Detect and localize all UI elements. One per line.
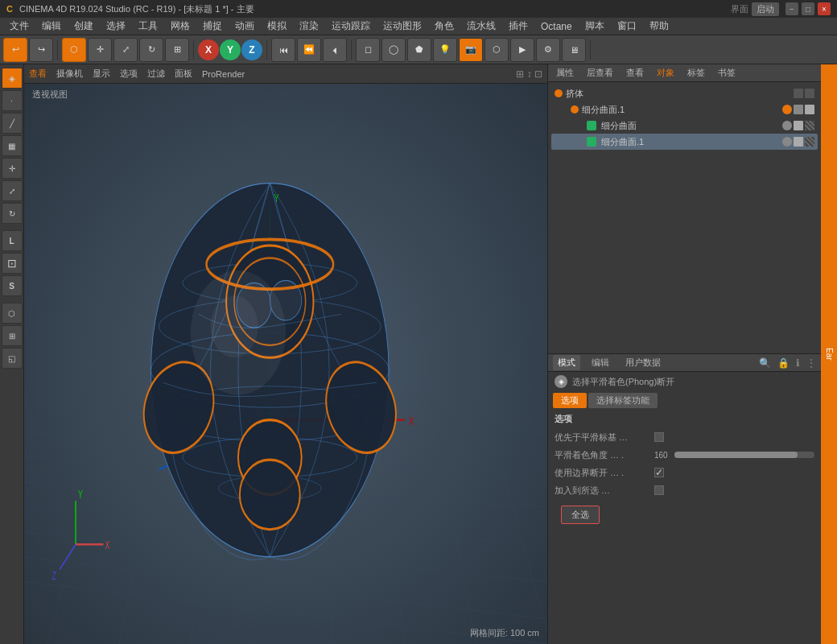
sidebar-mode-btn[interactable]: ◈ <box>2 68 23 89</box>
menu-item-18[interactable]: 帮助 <box>643 18 675 35</box>
sidebar-extra3[interactable]: ◱ <box>2 348 23 369</box>
tree-item-1[interactable]: 细分曲面.1 <box>551 101 818 118</box>
menu-item-5[interactable]: 网格 <box>164 18 196 35</box>
sidebar-rotate-btn[interactable]: ↻ <box>2 203 23 224</box>
menu-item-1[interactable]: 编辑 <box>35 18 68 35</box>
sidebar-edges-btn[interactable]: ╱ <box>2 113 23 134</box>
menu-item-12[interactable]: 角色 <box>428 18 460 35</box>
tree-lock-btn-2[interactable] <box>805 121 814 130</box>
transform-tool-button[interactable]: ⊞ <box>165 38 189 62</box>
attr-tab-selection-func[interactable]: 选择标签功能 <box>588 393 658 408</box>
viewport-menu-filter[interactable]: 过滤 <box>147 68 165 80</box>
render-btn[interactable]: ▶ <box>510 38 534 62</box>
sidebar-move-btn[interactable]: ✛ <box>2 158 23 179</box>
camera-btn[interactable]: 📷 <box>459 38 483 62</box>
tree-lock-btn-3[interactable] <box>805 137 814 147</box>
tab-attribute[interactable]: 属性 <box>553 65 577 80</box>
menu-item-16[interactable]: 脚本 <box>579 18 611 35</box>
viewport-menu-camera[interactable]: 摄像机 <box>56 68 83 80</box>
tab-layer[interactable]: 层查看 <box>583 65 616 80</box>
menu-item-9[interactable]: 渲染 <box>293 18 325 35</box>
menu-item-8[interactable]: 模拟 <box>261 18 293 35</box>
cube-btn[interactable]: ◻ <box>356 38 380 62</box>
menu-item-13[interactable]: 流水线 <box>460 18 502 35</box>
sidebar-extra1[interactable]: ⬡ <box>2 303 23 324</box>
tab-bookmark[interactable]: 书签 <box>715 65 739 80</box>
tab-object[interactable]: 对象 <box>654 65 678 80</box>
sidebar-scale-btn[interactable]: ⤢ <box>2 180 23 201</box>
tree-vis-btn-3[interactable] <box>782 137 792 147</box>
tab-view[interactable]: 查看 <box>623 65 647 80</box>
right-edge-tab[interactable]: Ear <box>821 64 837 644</box>
tab-tag[interactable]: 标签 <box>684 65 708 80</box>
attr-checkbox-0[interactable] <box>654 432 664 442</box>
z-axis-button[interactable]: Z <box>241 39 262 60</box>
redo-button[interactable]: ↪ <box>29 38 53 62</box>
render-view-btn[interactable]: 🖥 <box>562 38 586 62</box>
tree-tag-btn-3[interactable] <box>794 137 803 147</box>
play-backward-btn[interactable]: ⏴ <box>323 38 347 62</box>
attr-slider-1[interactable] <box>674 452 814 458</box>
attr-info-icon[interactable]: ℹ <box>796 357 800 369</box>
viewport-menu-display[interactable]: 显示 <box>93 68 110 80</box>
close-button[interactable]: × <box>818 2 831 15</box>
sidebar-s-btn[interactable]: S <box>2 275 23 296</box>
menu-item-3[interactable]: 选择 <box>100 18 132 35</box>
x-axis-button[interactable]: X <box>198 39 219 60</box>
all-select-button[interactable]: 全选 <box>561 506 600 524</box>
viewport-menu-panel[interactable]: 面板 <box>175 68 192 80</box>
material-btn[interactable]: ⬡ <box>484 38 509 62</box>
select-tool-button[interactable]: ⬡ <box>62 38 86 62</box>
attr-search-icon[interactable]: 🔍 <box>759 357 771 369</box>
sidebar-points-btn[interactable]: · <box>2 90 23 111</box>
sidebar-extra2[interactable]: ⊞ <box>2 325 23 346</box>
rotate-tool-button[interactable]: ↻ <box>139 38 163 62</box>
viewport-menu-prorender[interactable]: ProRender <box>202 69 245 79</box>
sidebar-snap-btn[interactable]: ⊡ <box>2 253 23 274</box>
render-settings-btn[interactable]: ⚙ <box>536 38 560 62</box>
tree-lock-btn-0[interactable] <box>805 89 814 98</box>
y-axis-button[interactable]: Y <box>220 39 241 60</box>
sphere-btn[interactable]: ◯ <box>381 38 406 62</box>
attr-tab-edit[interactable]: 编辑 <box>587 355 614 370</box>
tree-vis-btn-2[interactable] <box>782 121 792 130</box>
tree-item-3[interactable]: 细分曲面.1 <box>551 134 818 150</box>
attr-checkbox-2[interactable]: ✓ <box>654 468 664 477</box>
menu-item-2[interactable]: 创建 <box>68 18 100 35</box>
mode-value[interactable]: 启动 <box>752 2 779 16</box>
tree-item-2[interactable]: 细分曲面 <box>551 118 818 134</box>
prev-frame-btn[interactable]: ⏮ <box>271 38 295 62</box>
minimize-button[interactable]: − <box>785 2 798 15</box>
viewport-menu-view[interactable]: 查看 <box>29 68 47 80</box>
menu-item-4[interactable]: 工具 <box>132 18 164 35</box>
scale-tool-button[interactable]: ⤢ <box>113 38 138 62</box>
attr-lock-icon[interactable]: 🔒 <box>777 357 790 369</box>
tree-tag-btn-1[interactable] <box>794 105 803 114</box>
tree-vis-btn-0[interactable] <box>794 89 803 98</box>
maximize-button[interactable]: □ <box>802 2 814 15</box>
tree-lock-btn-1[interactable] <box>805 105 814 114</box>
attr-checkbox-3[interactable] <box>654 485 664 495</box>
attr-dots-icon[interactable]: ⋮ <box>806 357 816 369</box>
move-tool-button[interactable]: ✛ <box>88 38 112 62</box>
poly-btn[interactable]: ⬟ <box>407 38 431 62</box>
menu-item-17[interactable]: 窗口 <box>611 18 643 35</box>
light-btn[interactable]: 💡 <box>433 38 457 62</box>
tree-vis-btn-1[interactable] <box>782 105 792 114</box>
tree-item-0[interactable]: 挤体 <box>551 85 818 101</box>
menu-item-10[interactable]: 运动跟踪 <box>325 18 377 35</box>
tree-tag-btn-2[interactable] <box>794 121 803 130</box>
menu-item-0[interactable]: 文件 <box>3 18 35 35</box>
sidebar-live-btn[interactable]: L <box>2 230 23 251</box>
menu-item-11[interactable]: 运动图形 <box>377 18 428 35</box>
menu-item-15[interactable]: Octane <box>534 19 579 34</box>
menu-item-14[interactable]: 插件 <box>502 18 534 35</box>
undo-button[interactable]: ↩ <box>3 38 27 62</box>
attr-tab-options[interactable]: 选项 <box>553 393 587 408</box>
attr-tab-mode[interactable]: 模式 <box>553 355 580 370</box>
prev-keyframe-btn[interactable]: ⏪ <box>297 38 321 62</box>
menu-item-6[interactable]: 捕捉 <box>196 18 229 35</box>
menu-item-7[interactable]: 动画 <box>229 18 261 35</box>
sidebar-poly-btn[interactable]: ▦ <box>2 135 23 156</box>
viewport-menu-options[interactable]: 选项 <box>120 68 138 80</box>
